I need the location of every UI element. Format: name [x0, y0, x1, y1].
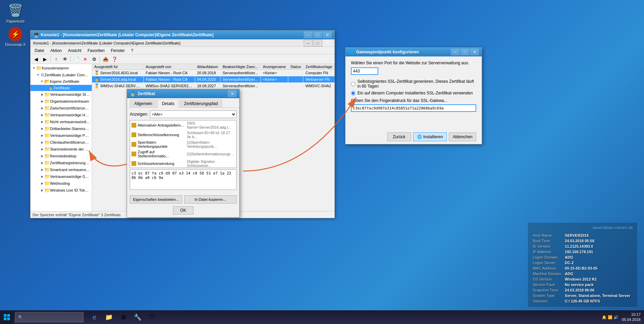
cert-field-item[interactable]: Sperrlisten-Verteilungspunkte [1]Sperrli…	[130, 140, 236, 149]
tree-remotedesktop[interactable]: ▶ 📁 Remotedesktop	[30, 153, 92, 159]
start-button[interactable]	[0, 310, 14, 324]
ie-version-label: IE Version:	[533, 244, 564, 249]
cert-show-select[interactable]: <Alle>	[150, 111, 237, 118]
tree-eigene-zertifikate[interactable]: ▼ 📂 Eigene Zertifikate	[30, 78, 92, 85]
secondary-close-button[interactable]: ✕	[323, 40, 332, 47]
taskbar-run[interactable]: 🖥	[116, 310, 130, 324]
tree-zertifikatregistrierung[interactable]: ▶ 📁 Zertifikatregistrierungsam	[30, 159, 92, 166]
menu-aktion[interactable]: Aktion	[48, 48, 64, 54]
main-window-titlebar: 🖥️ Konsole1 - [Konsolenstamm\Zertifikate…	[30, 30, 334, 39]
table-row[interactable]: 🏅Server2016.adg.local Fabian Niesen - Ro…	[92, 76, 334, 83]
volumes-label: Volumes:	[533, 299, 564, 303]
cert-ok-button[interactable]: OK	[173, 206, 193, 215]
cert-display-3	[261, 83, 288, 89]
delete-button[interactable]: ✕	[81, 55, 89, 63]
tree-smartcard[interactable]: ▶ 📁 Smartcard vertrauenswür	[30, 166, 92, 173]
show-button[interactable]: 👁	[61, 55, 69, 63]
install-icon: 🌐	[417, 134, 422, 139]
menu-ansicht[interactable]: Ansicht	[65, 48, 84, 54]
help-toolbar-button[interactable]: ❓	[110, 55, 118, 63]
cancel-gateway-button[interactable]: Abbrechen	[449, 132, 476, 141]
tree-drittanbieter[interactable]: ▶ 📁 Drittanbieter-Stammzertifi	[30, 125, 92, 132]
menu-datei[interactable]: Datei	[32, 48, 47, 54]
tab-zertifizierungspfad[interactable]: Zertifizierungspfad	[179, 100, 222, 107]
menu-fenster[interactable]: Fenster	[108, 48, 128, 54]
menu-favoriten[interactable]: Favoriten	[85, 48, 108, 54]
tree-clientauth[interactable]: ▶ 📁 Clientauthentifizierungsa	[30, 139, 92, 146]
in-datei-kopieren-button[interactable]: In Datei kopieren...	[184, 195, 237, 204]
cert-expiry-3: 18.08.2027	[195, 83, 220, 89]
system-info-panel: www.fabian-niesen.de Host Name:SERVER201…	[528, 223, 637, 307]
col-vorlage[interactable]: Zertifikatvorlage	[303, 64, 334, 70]
cert-field-item[interactable]: Alternativer Antragstellern... DNS-Name=…	[130, 120, 236, 130]
tree-webhosting[interactable]: ▶ 📁 Webhosting	[30, 180, 92, 187]
taskbar-docusnap-btn[interactable]: 🔧	[131, 310, 144, 324]
taskbar-mmc[interactable]: 🛡	[145, 310, 159, 324]
gateway-maximize[interactable]: □	[460, 49, 469, 55]
radio-self-signed[interactable]	[351, 82, 355, 86]
tree-vertrauenswurdige-herau[interactable]: ▶ 📁 Vertrauenswürdige Herau	[30, 112, 92, 118]
tree-stammelemente[interactable]: ▶ 📁 Stammelemente der Vora	[30, 146, 92, 153]
gateway-port-input[interactable]	[351, 67, 378, 75]
back-button[interactable]: ◀	[32, 55, 40, 63]
cert-issuer-3: WMSvc-SHA2-SERVER2016	[143, 83, 195, 89]
cert-template-1: Computer FN	[303, 70, 334, 76]
col-ablaufdatum[interactable]: Ablaufdatum	[195, 64, 220, 70]
taskbar-right: 🔔 📶 🔊 10:17 05.04.2018	[602, 312, 644, 323]
close-button[interactable]: ✕	[323, 31, 332, 38]
eigenschaften-button[interactable]: Eigenschaften bearbeiten...	[130, 195, 182, 204]
tree-zwischen[interactable]: ▶ 📁 Zwischenzertifizierungsst	[30, 105, 92, 112]
tree-vertrauenswurdige-perso[interactable]: ▶ 📁 Vertrauenswürdige Perso	[30, 132, 92, 139]
secondary-maximize-button[interactable]: □	[313, 40, 322, 47]
up-button[interactable]: ↑	[52, 55, 60, 63]
install-gateway-button[interactable]: 🌐 Installieren	[413, 132, 447, 141]
logon-server-value: DC-2	[565, 260, 632, 265]
gateway-buttons: Zurück 🌐 Installieren Abbrechen	[345, 130, 482, 144]
cert-fields-list[interactable]: Alternativer Antragstellern... DNS-Name=…	[130, 120, 237, 168]
tree-nicht-vertrauenswurdige[interactable]: ▶ 📁 Nicht vertrauenswürdige	[30, 118, 92, 125]
col-ausgestellt-von[interactable]: Ausgestellt von	[143, 64, 195, 70]
gateway-body: Wählen Sie einen Port für die Website zu…	[345, 56, 482, 130]
minimize-button[interactable]: ─	[304, 31, 313, 38]
cert-field-item[interactable]: Schlüsselverwendung Digitale Signatur, S…	[130, 159, 236, 168]
table-row[interactable]: 🏅WMSvc-SHA2-SERVER2016 WMSvc-SHA2-SERVER…	[92, 83, 334, 89]
cert-dialog-close[interactable]: ✕	[228, 90, 237, 97]
col-beabsichtigte[interactable]: Beabsichtigte Zwec...	[220, 64, 261, 70]
maximize-button[interactable]: □	[313, 31, 322, 38]
gateway-minimize[interactable]: ─	[451, 49, 460, 55]
col-anzeigename[interactable]: Anzeigename	[261, 64, 288, 70]
papierkorb-icon[interactable]: 🗑️ Papierkorb	[3, 3, 27, 23]
tree-zertifikate-leaf[interactable]: 🏅 Zertifikate	[30, 85, 92, 91]
table-row[interactable]: 🏅Server2016.ADG.local Fabian Niesen - Ro…	[92, 70, 334, 76]
back-gateway-button[interactable]: Zurück	[387, 132, 411, 141]
secondary-minimize-button[interactable]: ─	[304, 40, 313, 47]
taskbar-explorer[interactable]: 📁	[102, 310, 116, 324]
taskbar-search-box[interactable]: 🔍	[15, 312, 84, 322]
cert-field-item[interactable]: Zugriff auf Stelleninformatio... [1]Stel…	[130, 149, 236, 159]
col-ausgestellt-fur[interactable]: Ausgestellt für	[92, 64, 143, 70]
tree-organisations[interactable]: ▶ 📁 Organisationsvertrauen	[30, 98, 92, 105]
gateway-close[interactable]: ✕	[470, 49, 479, 55]
docusnap-icon[interactable]: ⚡ Docusnap X	[3, 27, 27, 47]
properties-button[interactable]: ⚙	[90, 55, 98, 63]
new-button[interactable]: 📄	[72, 55, 80, 63]
tree-konsolenstamm[interactable]: ▼ 📁 Konsolenstamm	[30, 65, 92, 72]
cert-template-2: Webserver FN	[303, 76, 334, 83]
menu-help[interactable]: ?	[128, 48, 136, 54]
export-button[interactable]: 📤	[101, 55, 110, 63]
tree-zertifikate-computer[interactable]: ▼ 🖥 Zertifikate (Lokaler Compute	[30, 72, 92, 78]
tab-allgemein[interactable]: Allgemein	[130, 100, 157, 107]
taskbar-ie[interactable]: e	[88, 310, 101, 324]
menubar: Datei Aktion Ansicht Favoriten Fenster ?	[30, 47, 334, 54]
tab-details[interactable]: Details	[157, 100, 179, 108]
radio-installed-cert[interactable]	[351, 91, 355, 95]
cert-status-3	[288, 83, 303, 89]
forward-button[interactable]: ▶	[41, 55, 49, 63]
tree-vertrauenswurdige-gerate[interactable]: ▶ 📁 Vertrauenswürdige Geräte	[30, 173, 92, 180]
cert-field-item[interactable]: Stellenschlüsselkennung Schlüssel-ID=46 …	[130, 130, 236, 140]
cert-dialog-action-buttons: Eigenschaften bearbeiten... In Datei kop…	[127, 195, 239, 206]
gateway-thumbprint-input[interactable]	[351, 104, 476, 112]
col-status[interactable]: Status	[288, 64, 303, 70]
tree-windows-live-id[interactable]: ▶ 📁 Windows Live ID Token Is	[30, 187, 92, 194]
tree-vertrauenswurdige-stamm[interactable]: ▶ 📁 Vertrauenswürdige Stamm	[30, 91, 92, 98]
